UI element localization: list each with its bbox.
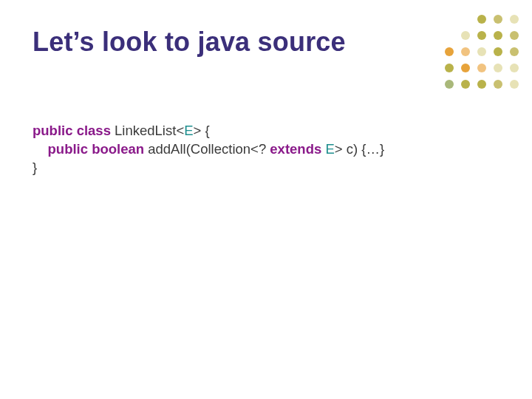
dot-icon <box>494 64 502 72</box>
dot-row <box>433 31 519 40</box>
dot-icon <box>494 80 502 89</box>
code-method: addAll(Collection <box>144 141 250 157</box>
decorative-dot-grid <box>433 15 519 96</box>
code-wild: ? <box>259 141 270 157</box>
kw-boolean: boolean <box>92 141 144 157</box>
dot-icon <box>461 31 470 40</box>
dot-icon <box>510 15 519 24</box>
dot-icon <box>477 80 486 89</box>
dot-icon <box>477 47 486 56</box>
dot-row <box>433 64 519 72</box>
dot-icon <box>461 80 470 89</box>
code-generic: E <box>184 123 193 138</box>
code-lt: < <box>176 123 184 138</box>
kw-public: public <box>48 141 88 157</box>
code-line-1: public class LinkedList<E> { <box>33 123 210 138</box>
code-gt: > <box>194 123 202 138</box>
code-rest: c) {…} <box>343 141 385 157</box>
code-lt: < <box>250 141 259 157</box>
dot-row <box>433 15 519 24</box>
dot-icon <box>510 31 519 40</box>
dot-icon <box>477 64 486 72</box>
code-gt: > <box>335 141 343 157</box>
dot-row <box>433 47 519 56</box>
code-line-2: public boolean addAll(Collection<? exten… <box>33 141 384 157</box>
code-line-3: } <box>33 160 37 175</box>
dot-icon <box>510 47 519 56</box>
code-brace-open: { <box>201 123 209 138</box>
kw-extends: extends <box>270 141 321 157</box>
dot-icon <box>461 47 470 56</box>
dot-icon <box>477 15 486 24</box>
dot-row <box>433 80 519 89</box>
dot-icon <box>510 80 519 89</box>
dot-icon <box>461 64 470 72</box>
slide-title: Let’s look to java source <box>33 27 346 58</box>
dot-icon <box>445 80 454 89</box>
dot-icon <box>477 31 486 40</box>
kw-public: public <box>33 123 72 138</box>
code-generic: E <box>325 141 334 157</box>
code-indent <box>33 141 48 157</box>
dot-icon <box>445 64 454 72</box>
code-block: public class LinkedList<E> { public bool… <box>33 103 384 177</box>
kw-class: class <box>77 123 111 138</box>
dot-icon <box>494 47 502 56</box>
dot-icon <box>494 31 502 40</box>
dot-icon <box>445 47 454 56</box>
dot-icon <box>510 64 519 72</box>
code-classname: LinkedList <box>115 123 176 138</box>
dot-icon <box>494 15 502 24</box>
